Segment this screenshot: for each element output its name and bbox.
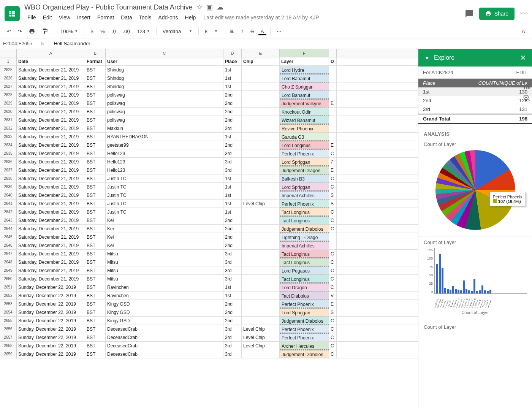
cell-user[interactable]: DeceasedCrab bbox=[106, 350, 223, 358]
cell-chip[interactable] bbox=[242, 116, 280, 124]
cell-date[interactable]: Sunday, December 22, 2019 bbox=[17, 292, 85, 299]
italic-button[interactable]: I bbox=[238, 27, 246, 36]
cell-date[interactable]: Saturday, December 21, 2019 bbox=[17, 116, 85, 124]
cell-date[interactable]: Saturday, December 21, 2019 bbox=[17, 216, 85, 224]
cell-layer[interactable]: Perfect Phoenix bbox=[280, 149, 329, 157]
more-toolbar-button[interactable]: ⋯ bbox=[274, 27, 284, 36]
cell-date[interactable]: Saturday, December 21, 2019 bbox=[17, 158, 85, 166]
cell-chip[interactable] bbox=[242, 258, 280, 266]
cell-ext[interactable]: C bbox=[329, 317, 337, 325]
cloud-icon[interactable]: ☁ bbox=[217, 3, 223, 11]
menu-tools[interactable]: Tools bbox=[136, 13, 155, 22]
cell-chip[interactable] bbox=[242, 317, 280, 325]
cell-user[interactable]: Maxkun bbox=[106, 124, 223, 132]
zoom-dropdown[interactable]: 100%▼ bbox=[58, 27, 80, 36]
cell-chip[interactable] bbox=[242, 225, 280, 233]
row-header[interactable]: 2655 bbox=[0, 317, 17, 325]
row-header[interactable]: 2636 bbox=[0, 158, 17, 166]
cell-layer[interactable]: Tact Longinus bbox=[280, 216, 329, 224]
cell-format[interactable]: BST bbox=[85, 333, 106, 341]
cell-layer[interactable]: Archer Hercules bbox=[280, 342, 329, 350]
share-button[interactable]: Share bbox=[479, 8, 515, 20]
cell-ext[interactable] bbox=[329, 74, 337, 82]
cell-date[interactable]: Sunday, December 22, 2019 bbox=[17, 325, 85, 333]
cell-layer[interactable]: Perfect Phoenix bbox=[280, 300, 329, 308]
font-size-dropdown[interactable]: 8▼ bbox=[203, 27, 220, 36]
cell-format[interactable]: BST bbox=[85, 208, 106, 216]
cell-format[interactable]: BST bbox=[85, 99, 106, 107]
menu-format[interactable]: Format bbox=[94, 13, 117, 22]
row-header[interactable]: 2658 bbox=[0, 342, 17, 350]
cell-layer[interactable]: Garuda G3 bbox=[280, 133, 329, 141]
cell-user[interactable]: Mitsu bbox=[106, 258, 223, 266]
cell-date[interactable]: Sunday, December 22, 2019 bbox=[17, 283, 85, 291]
col-header-F[interactable]: F bbox=[280, 49, 329, 57]
header-next[interactable]: D bbox=[329, 57, 337, 65]
col-header-C[interactable]: C bbox=[106, 49, 223, 57]
cell-place[interactable]: 3rd bbox=[223, 258, 242, 266]
cell-date[interactable]: Sunday, December 22, 2019 bbox=[17, 317, 85, 325]
row-header[interactable]: 2627 bbox=[0, 82, 17, 90]
cell-date[interactable]: Saturday, December 21, 2019 bbox=[17, 91, 85, 99]
cell-date[interactable]: Saturday, December 21, 2019 bbox=[17, 133, 85, 141]
cell-place[interactable]: 3rd bbox=[223, 342, 242, 350]
cell-ext[interactable]: C bbox=[329, 325, 337, 333]
cell-layer[interactable]: Tact Longinus bbox=[280, 275, 329, 283]
row-header[interactable]: 2646 bbox=[0, 241, 17, 249]
col-header-A[interactable]: A bbox=[17, 49, 85, 57]
cell-format[interactable]: BST bbox=[85, 317, 106, 325]
row-header[interactable]: 2650 bbox=[0, 275, 17, 283]
cell-format[interactable]: BST bbox=[85, 350, 106, 358]
increase-decimal-button[interactable]: .00̣ bbox=[120, 27, 132, 36]
cell-layer[interactable]: Lord Pegasus bbox=[280, 266, 329, 274]
cell-format[interactable]: BST bbox=[85, 275, 106, 283]
cell-format[interactable]: BST bbox=[85, 133, 106, 141]
cell-user[interactable]: Hello123 bbox=[106, 149, 223, 157]
row-header[interactable]: 2649 bbox=[0, 266, 17, 274]
cell-layer[interactable]: Perfect Phoenix bbox=[280, 325, 329, 333]
cell-ext[interactable]: E bbox=[329, 166, 337, 174]
cell-user[interactable]: Mitsu bbox=[106, 275, 223, 283]
cell-chip[interactable] bbox=[242, 158, 280, 166]
cell-chip[interactable] bbox=[242, 91, 280, 99]
cell-format[interactable]: BST bbox=[85, 108, 106, 116]
menu-data[interactable]: Data bbox=[118, 13, 135, 22]
cell-format[interactable]: BST bbox=[85, 149, 106, 157]
cell-chip[interactable]: Level Chip bbox=[242, 333, 280, 341]
cell-place[interactable]: 1st bbox=[223, 174, 242, 182]
cell-ext[interactable]: C bbox=[329, 149, 337, 157]
row-header[interactable]: 1 bbox=[0, 57, 17, 65]
name-box[interactable]: F2004:F265▼ bbox=[0, 39, 36, 48]
cell-date[interactable]: Sunday, December 22, 2019 bbox=[17, 308, 85, 316]
cell-user[interactable]: Shindog bbox=[106, 82, 223, 90]
row-header[interactable]: 2656 bbox=[0, 325, 17, 333]
cell-layer[interactable]: Tact Longinus bbox=[280, 250, 329, 258]
formula-input[interactable]: Hell Salamander bbox=[49, 39, 95, 48]
header-date[interactable]: Date bbox=[17, 57, 85, 65]
cell-ext[interactable]: V bbox=[329, 292, 337, 299]
row-header[interactable]: 2638 bbox=[0, 174, 17, 182]
row-header[interactable]: 2626 bbox=[0, 74, 17, 82]
cell-chip[interactable] bbox=[242, 233, 280, 241]
cell-date[interactable]: Saturday, December 21, 2019 bbox=[17, 200, 85, 208]
cell-user[interactable]: Ravinchen bbox=[106, 283, 223, 291]
cell-place[interactable]: 1st bbox=[223, 200, 242, 208]
bold-button[interactable]: B bbox=[228, 27, 236, 36]
header-user[interactable]: User bbox=[106, 57, 223, 65]
row-header[interactable]: 2645 bbox=[0, 233, 17, 241]
move-icon[interactable]: ▣ bbox=[206, 3, 213, 11]
cell-place[interactable]: 1st bbox=[223, 133, 242, 141]
cell-format[interactable]: BST bbox=[85, 174, 106, 182]
cell-layer[interactable]: Lord Spriggan bbox=[280, 158, 329, 166]
cell-place[interactable]: 2nd bbox=[223, 317, 242, 325]
cell-date[interactable]: Saturday, December 21, 2019 bbox=[17, 99, 85, 107]
cell-date[interactable]: Sunday, December 22, 2019 bbox=[17, 342, 85, 350]
cell-date[interactable]: Sunday, December 22, 2019 bbox=[17, 333, 85, 341]
cell-date[interactable]: Saturday, December 21, 2019 bbox=[17, 191, 85, 199]
menu-help[interactable]: Help bbox=[182, 13, 199, 22]
cell-layer[interactable]: Perfect Phoenix bbox=[280, 333, 329, 341]
cell-ext[interactable]: C bbox=[329, 275, 337, 283]
redo-button[interactable]: ↷ bbox=[16, 27, 24, 36]
cell-place[interactable]: 3rd bbox=[223, 325, 242, 333]
cell-date[interactable]: Saturday, December 21, 2019 bbox=[17, 141, 85, 149]
